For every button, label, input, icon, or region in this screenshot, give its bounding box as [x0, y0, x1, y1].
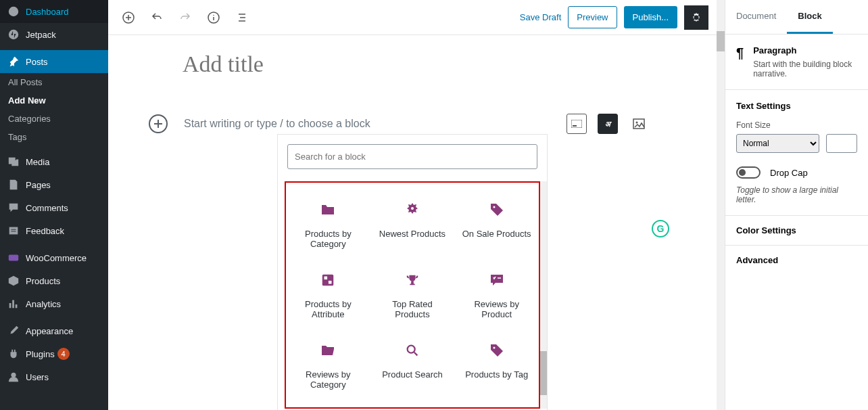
- settings-button[interactable]: [684, 5, 708, 30]
- text-settings-heading: Text Settings: [736, 101, 857, 111]
- post-title-input[interactable]: [183, 49, 458, 80]
- sidebar-label: Posts: [26, 57, 48, 67]
- info-button[interactable]: [201, 5, 226, 30]
- save-draft-button[interactable]: Save Draft: [520, 12, 561, 22]
- font-size-label: Font Size: [736, 120, 857, 130]
- sidebar-label: Comments: [26, 203, 68, 213]
- advanced-section[interactable]: Advanced: [725, 246, 868, 275]
- folder-icon: [318, 200, 337, 219]
- svg-point-9: [636, 122, 638, 124]
- tab-block[interactable]: Block: [787, 0, 832, 34]
- paragraph-icon: ¶: [736, 45, 744, 78]
- preview-button[interactable]: Preview: [568, 6, 617, 28]
- sidebar-sub-tags[interactable]: Tags: [0, 128, 108, 146]
- block-reviews-by-category[interactable]: Reviews by Category: [286, 330, 370, 401]
- sidebar-label: Dashboard: [26, 7, 69, 17]
- sidebar-label: Pages: [26, 180, 51, 190]
- block-inserter: Products by Category Newest Products On …: [277, 134, 548, 410]
- block-description: Start with the building block narrative.: [753, 60, 857, 78]
- sidebar-item-jetpack[interactable]: Jetpack: [0, 23, 108, 46]
- review-icon: [487, 271, 506, 290]
- font-size-select[interactable]: Normal: [736, 134, 819, 153]
- svg-rect-6: [571, 120, 582, 128]
- insert-block-button[interactable]: [149, 114, 168, 133]
- image-block-icon[interactable]: [629, 114, 649, 134]
- outline-button[interactable]: [230, 5, 254, 30]
- sidebar-item-comments[interactable]: Comments: [0, 196, 108, 219]
- plug-icon: [7, 347, 20, 361]
- svg-point-0: [9, 30, 18, 39]
- add-block-button[interactable]: [116, 5, 141, 30]
- search-icon: [403, 341, 422, 360]
- block-name: Paragraph: [753, 45, 857, 55]
- svg-point-16: [493, 347, 495, 349]
- block-top-rated-products[interactable]: Top Rated Products: [370, 260, 455, 330]
- block-search-input[interactable]: [287, 144, 537, 169]
- block-newest-products[interactable]: Newest Products: [370, 189, 455, 260]
- svg-point-3: [11, 373, 16, 378]
- comments-icon: [7, 201, 20, 214]
- editor-scrollbar[interactable]: [717, 31, 725, 51]
- sidebar-sub-categories[interactable]: Categories: [0, 110, 108, 128]
- block-products-by-tag[interactable]: Products by Tag: [454, 330, 539, 401]
- font-size-input[interactable]: [826, 134, 857, 153]
- sidebar-item-appearance[interactable]: Appearance: [0, 319, 108, 342]
- sidebar-label: Media: [26, 157, 49, 167]
- folder-open-icon: [318, 341, 337, 360]
- sidebar-label: Jetpack: [26, 30, 56, 40]
- jetpack-icon: [7, 28, 20, 41]
- heading-block-icon[interactable]: अ: [598, 114, 618, 134]
- grammarly-icon[interactable]: G: [652, 220, 669, 237]
- sidebar-sub-addnew[interactable]: Add New: [0, 91, 108, 110]
- paragraph-placeholder[interactable]: Start writing or type / to choose a bloc…: [184, 118, 566, 130]
- undo-button[interactable]: [145, 5, 169, 30]
- block-products-by-attribute[interactable]: Products by Attribute: [286, 260, 370, 330]
- drop-cap-help: Toggle to show a large initial letter.: [736, 185, 857, 204]
- video-block-icon[interactable]: [566, 114, 587, 134]
- sidebar-item-products[interactable]: Products: [0, 269, 108, 292]
- svg-rect-13: [324, 277, 328, 280]
- tag-icon: [487, 200, 506, 219]
- sidebar-item-media[interactable]: Media: [0, 150, 108, 173]
- block-product-search[interactable]: Product Search: [370, 330, 455, 401]
- block-reviews-by-product[interactable]: Reviews by Product: [454, 260, 539, 330]
- svg-rect-12: [322, 275, 334, 286]
- attribute-icon: [318, 271, 337, 290]
- tab-document[interactable]: Document: [725, 0, 787, 34]
- woo-icon: [7, 251, 20, 265]
- sidebar-label: Appearance: [26, 326, 73, 336]
- sidebar-item-feedback[interactable]: Feedback: [0, 219, 108, 242]
- brush-icon: [7, 324, 20, 338]
- svg-rect-1: [9, 227, 18, 235]
- sidebar-label: WooCommerce: [26, 253, 87, 263]
- block-products-by-category[interactable]: Products by Category: [286, 189, 370, 260]
- update-badge: 4: [57, 348, 70, 360]
- sidebar-item-pages[interactable]: Pages: [0, 173, 108, 196]
- sidebar-label: Plugins: [26, 349, 55, 359]
- tag-alt-icon: [487, 341, 506, 360]
- pages-icon: [7, 178, 20, 191]
- svg-point-10: [411, 207, 414, 210]
- trophy-icon: [403, 271, 422, 290]
- svg-rect-2: [9, 255, 18, 261]
- redo-button[interactable]: [173, 5, 197, 30]
- publish-button[interactable]: Publish...: [624, 6, 677, 28]
- sidebar-item-woocommerce[interactable]: WooCommerce: [0, 246, 108, 269]
- sidebar-item-dashboard[interactable]: Dashboard: [0, 0, 108, 23]
- inserter-scrollbar[interactable]: [540, 181, 547, 409]
- sidebar-label: Products: [26, 276, 60, 286]
- drop-cap-label: Drop Cap: [770, 168, 808, 178]
- block-on-sale-products[interactable]: On Sale Products: [454, 189, 539, 260]
- sidebar-sub-allposts[interactable]: All Posts: [0, 73, 108, 91]
- sidebar-item-posts[interactable]: Posts: [0, 50, 108, 73]
- sidebar-label: Analytics: [26, 299, 61, 309]
- sidebar-item-analytics[interactable]: Analytics: [0, 292, 108, 315]
- color-settings-section[interactable]: Color Settings: [725, 216, 868, 246]
- drop-cap-toggle[interactable]: [736, 166, 761, 179]
- pin-icon: [7, 55, 20, 68]
- new-badge-icon: [403, 200, 422, 219]
- sidebar-item-plugins[interactable]: Plugins 4: [0, 342, 108, 365]
- products-icon: [7, 274, 20, 288]
- sidebar-item-users[interactable]: Users: [0, 365, 108, 388]
- dashboard-icon: [7, 5, 20, 18]
